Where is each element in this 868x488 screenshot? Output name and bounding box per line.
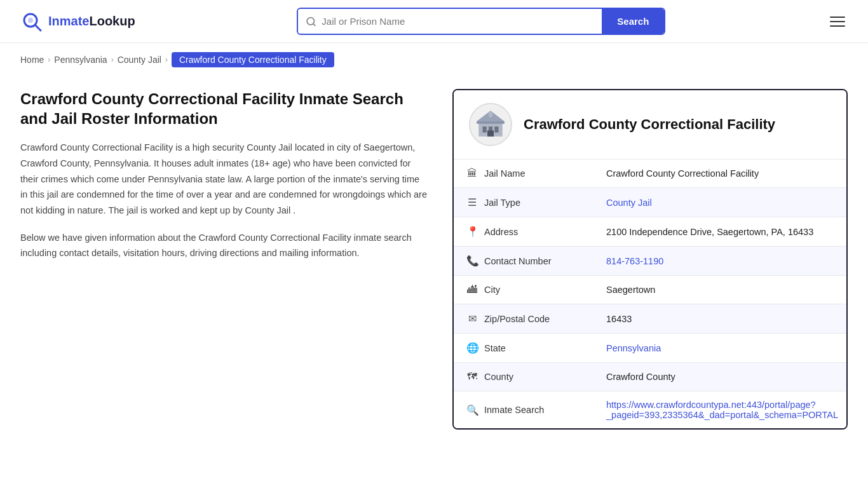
row-value[interactable]: County Jail: [593, 188, 848, 217]
svg-point-13: [489, 112, 492, 118]
table-row: 🏛Jail NameCrawford County Correctional F…: [454, 159, 848, 188]
breadcrumb: Home › Pennsylvania › County Jail › Craw…: [0, 43, 868, 76]
row-link[interactable]: https://www.crawfordcountypa.net:443/por…: [606, 400, 838, 420]
row-label: Jail Type: [484, 198, 520, 208]
table-row: 🗺CountyCrawford County: [454, 363, 848, 391]
breadcrumb-active: Crawford County Correctional Facility: [172, 52, 334, 67]
facility-header: Crawford County Correctional Facility: [454, 90, 846, 159]
table-row: 🌐StatePennsylvania: [454, 334, 848, 363]
breadcrumb-county-jail[interactable]: County Jail: [118, 55, 161, 65]
row-label: State: [484, 343, 506, 353]
table-row: ☰Jail TypeCounty Jail: [454, 188, 848, 217]
table-row: 🏙CitySaegertown: [454, 276, 848, 304]
facility-image: [469, 103, 512, 146]
row-value: 2100 Independence Drive, Saegertown, PA,…: [593, 217, 848, 247]
row-icon: ✉: [466, 313, 478, 325]
row-label: City: [484, 285, 500, 295]
svg-rect-10: [494, 126, 498, 132]
row-label: County: [484, 372, 513, 382]
search-button[interactable]: Search: [602, 9, 664, 34]
row-icon: 📞: [466, 255, 478, 267]
facility-card: Crawford County Correctional Facility 🏛J…: [452, 89, 848, 430]
row-label: Jail Name: [484, 168, 525, 179]
svg-line-4: [313, 24, 315, 25]
row-icon: 🏛: [466, 168, 478, 179]
row-icon: 🗺: [466, 371, 478, 383]
row-link[interactable]: County Jail: [606, 198, 652, 208]
table-row: ✉Zip/Postal Code16433: [454, 304, 848, 334]
search-input-wrap: [298, 10, 602, 33]
chevron-icon: ›: [165, 55, 168, 64]
breadcrumb-pennsylvania[interactable]: Pennsylvania: [54, 55, 107, 65]
logo-icon: [20, 10, 43, 33]
svg-point-2: [28, 18, 33, 23]
chevron-icon: ›: [111, 55, 114, 64]
row-link[interactable]: Pennsylvania: [606, 343, 661, 353]
table-row: 📍Address2100 Independence Drive, Saegert…: [454, 217, 848, 247]
row-label: Contact Number: [484, 256, 552, 266]
facility-info-table: 🏛Jail NameCrawford County Correctional F…: [454, 159, 848, 428]
row-label: Address: [484, 227, 518, 237]
hamburger-menu[interactable]: [827, 14, 848, 29]
row-label: Zip/Postal Code: [484, 314, 550, 324]
search-area: Search: [297, 8, 665, 35]
row-icon: 📍: [466, 226, 478, 238]
row-value[interactable]: 814-763-1190: [593, 247, 848, 276]
svg-rect-6: [477, 121, 505, 124]
search-bar: Search: [297, 8, 665, 35]
table-row: 📞Contact Number814-763-1190: [454, 247, 848, 276]
row-value: Crawford County: [593, 363, 848, 391]
row-icon: ☰: [466, 196, 478, 208]
svg-rect-8: [483, 126, 487, 132]
svg-rect-11: [487, 130, 494, 136]
row-value[interactable]: Pennsylvania: [593, 334, 848, 363]
chevron-icon: ›: [48, 55, 50, 64]
site-header: InmateLookup Search: [0, 0, 868, 43]
search-input[interactable]: [322, 10, 594, 33]
row-icon: 🔍: [466, 404, 478, 416]
row-icon: 🏙: [466, 284, 478, 295]
row-value: Crawford County Correctional Facility: [593, 159, 848, 188]
svg-line-1: [35, 25, 41, 30]
page-description-1: Crawford County Correctional Facility is…: [20, 140, 427, 218]
row-value: 16433: [593, 304, 848, 334]
row-label: Inmate Search: [484, 405, 544, 415]
main-content: Crawford County Correctional Facility In…: [0, 76, 868, 455]
logo-text: InmateLookup: [48, 14, 135, 29]
row-icon: 🌐: [466, 342, 478, 354]
facility-building-icon: [475, 109, 506, 140]
row-value: Saegertown: [593, 276, 848, 304]
breadcrumb-home[interactable]: Home: [20, 55, 44, 65]
right-column: Crawford County Correctional Facility 🏛J…: [452, 89, 848, 430]
logo[interactable]: InmateLookup: [20, 10, 135, 33]
left-column: Crawford County Correctional Facility In…: [20, 89, 427, 261]
facility-name: Crawford County Correctional Facility: [524, 116, 775, 133]
page-description-2: Below we have given information about th…: [20, 230, 427, 261]
table-row: 🔍Inmate Searchhttps://www.crawfordcounty…: [454, 391, 848, 429]
row-link[interactable]: 814-763-1190: [606, 256, 663, 266]
page-title: Crawford County Correctional Facility In…: [20, 89, 427, 128]
search-icon: [306, 16, 316, 27]
row-value[interactable]: https://www.crawfordcountypa.net:443/por…: [593, 391, 848, 429]
